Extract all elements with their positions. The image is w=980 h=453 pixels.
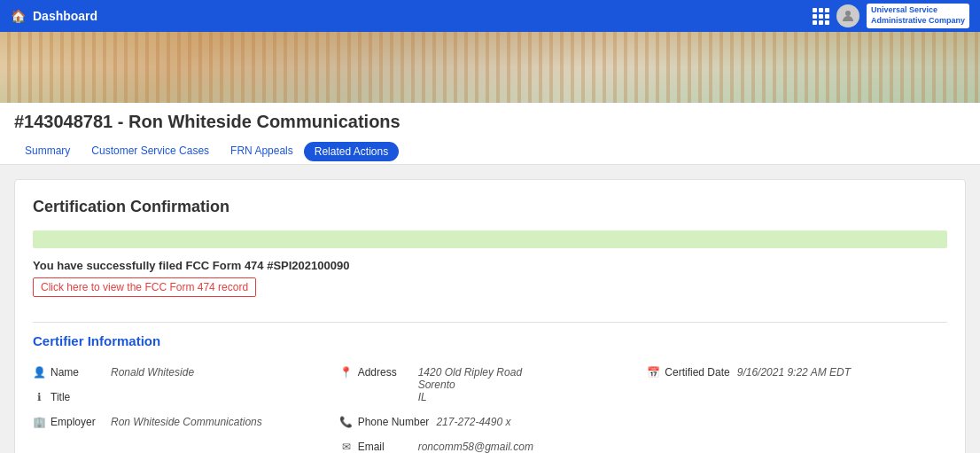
- email-icon: ✉: [340, 441, 353, 453]
- page-header: #143048781 - Ron Whiteside Communication…: [0, 103, 980, 165]
- user-avatar[interactable]: [836, 4, 859, 27]
- main-content: Certification Confirmation You have succ…: [0, 165, 980, 453]
- address-icon: 📍: [340, 366, 353, 379]
- name-label: 👤 Name: [33, 366, 104, 379]
- usac-badge: Universal Service Administrative Company: [867, 4, 969, 27]
- title-label: ℹ Title: [33, 391, 104, 403]
- nav-brand: 🏠 Dashboard: [11, 9, 97, 23]
- divider: [33, 322, 947, 323]
- name-value: Ronald Whiteside: [111, 366, 194, 379]
- address-label: 📍 Address: [340, 366, 411, 379]
- phone-label: 📞 Phone Number: [340, 416, 430, 428]
- employer-row: 🏢 Employer Ron Whiteside Communications: [33, 412, 333, 432]
- email-row: ✉ Email roncomm58@gmail.com: [340, 437, 641, 453]
- phone-value: 217-272-4490 x: [436, 416, 510, 428]
- email-value: roncomm58@gmail.com: [418, 441, 533, 453]
- success-banner: [33, 230, 947, 248]
- certifier-col1: 👤 Name Ronald Whiteside ℹ Title 🏢 Emp: [33, 363, 333, 453]
- content-card: Certification Confirmation You have succ…: [14, 179, 966, 453]
- name-row: 👤 Name Ronald Whiteside: [33, 363, 333, 382]
- address-value: 1420 Old Ripley Road Sorento IL: [418, 366, 522, 403]
- card-title: Certification Confirmation: [33, 198, 947, 216]
- email-label: ✉ Email: [340, 441, 411, 453]
- phone-row: 📞 Phone Number 217-272-4490 x: [340, 412, 641, 432]
- nav-title: Dashboard: [33, 9, 97, 23]
- person-icon: 👤: [33, 366, 45, 379]
- view-record-link[interactable]: Click here to view the FCC Form 474 reco…: [33, 277, 256, 297]
- employer-label: 🏢 Employer: [33, 416, 104, 428]
- certifier-col2: 📍 Address 1420 Old Ripley Road Sorento I…: [340, 363, 641, 453]
- certifier-grid: 👤 Name Ronald Whiteside ℹ Title 🏢 Emp: [33, 363, 947, 453]
- certified-date-label: 📅 Certified Date: [647, 366, 729, 379]
- phone-icon: 📞: [340, 416, 353, 428]
- employer-value: Ron Whiteside Communications: [111, 416, 262, 428]
- home-icon: 🏠: [11, 9, 26, 23]
- address-row: 📍 Address 1420 Old Ripley Road Sorento I…: [340, 363, 641, 407]
- info-icon: ℹ: [33, 391, 45, 403]
- nav-right: Universal Service Administrative Company: [813, 4, 969, 27]
- certified-date-row: 📅 Certified Date 9/16/2021 9:22 AM EDT: [647, 363, 947, 382]
- hero-banner: [0, 32, 980, 103]
- page-title: #143048781 - Ron Whiteside Communication…: [14, 112, 966, 132]
- tab-customer-service-cases[interactable]: Customer Service Cases: [81, 139, 220, 164]
- page-tabs: Summary Customer Service Cases FRN Appea…: [14, 139, 966, 164]
- certifier-col3: 📅 Certified Date 9/16/2021 9:22 AM EDT: [647, 363, 947, 453]
- building-icon: 🏢: [33, 416, 45, 428]
- certifier-section-title: Certifier Information: [33, 333, 947, 352]
- top-navigation: 🏠 Dashboard Universal Service Administra…: [0, 0, 980, 32]
- tab-related-actions[interactable]: Related Actions: [304, 142, 399, 161]
- tab-summary[interactable]: Summary: [14, 139, 81, 164]
- svg-point-0: [845, 11, 851, 16]
- calendar-icon: 📅: [647, 366, 659, 379]
- title-row: ℹ Title: [33, 387, 333, 407]
- certified-date-value: 9/16/2021 9:22 AM EDT: [737, 366, 851, 379]
- tab-frn-appeals[interactable]: FRN Appeals: [220, 139, 304, 164]
- success-message: You have successfully filed FCC Form 474…: [33, 259, 947, 272]
- apps-icon[interactable]: [813, 8, 829, 25]
